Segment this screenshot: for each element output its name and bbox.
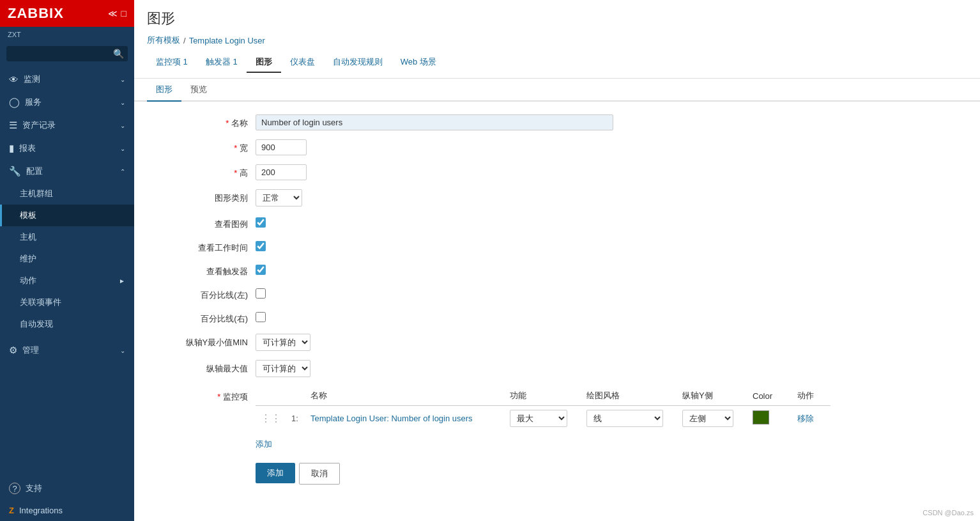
sidebar-item-config[interactable]: 🔧 配置 ⌃ bbox=[0, 160, 134, 183]
col-name: 名称 bbox=[305, 386, 505, 406]
expand-icon[interactable]: □ bbox=[121, 8, 126, 19]
name-input[interactable] bbox=[256, 114, 613, 130]
col-drag bbox=[256, 386, 286, 406]
percent-right-cb-wrap bbox=[256, 310, 639, 324]
sidebar-item-asset-label: 资产记录 bbox=[22, 120, 56, 131]
top-tab-triggers[interactable]: 触发器 1 bbox=[197, 52, 247, 73]
config-icon: 🔧 bbox=[9, 166, 21, 177]
sidebar-subitem-maintain[interactable]: 维护 bbox=[0, 248, 134, 270]
sidebar-item-integrations[interactable]: Z Integrations bbox=[0, 500, 134, 521]
percent-left-label: 百分比线(左) bbox=[153, 286, 256, 301]
triggers-checkbox[interactable] bbox=[256, 265, 266, 275]
top-tab-graphs[interactable]: 图形 bbox=[247, 52, 281, 73]
items-label: 监控项 bbox=[153, 386, 256, 403]
top-tab-dashboard[interactable]: 仪表盘 bbox=[281, 52, 324, 73]
search-input[interactable] bbox=[6, 46, 128, 61]
percent-right-checkbox[interactable] bbox=[256, 312, 266, 322]
legend-checkbox[interactable] bbox=[256, 217, 266, 228]
table-row: ⋮⋮ 1: Template Login User: Number of log… bbox=[256, 406, 831, 432]
footer-note: CSDN @Dao.zs bbox=[134, 506, 980, 519]
sidebar-subitem-event[interactable]: 关联项事件 bbox=[0, 292, 134, 313]
col-action: 动作 bbox=[792, 386, 831, 406]
percent-left-checkbox[interactable] bbox=[256, 288, 266, 299]
add-item-link[interactable]: 添加 bbox=[256, 439, 272, 450]
color-picker[interactable] bbox=[753, 410, 769, 424]
add-button[interactable]: 添加 bbox=[256, 463, 295, 483]
main-content: 图形 所有模板 / Template Login User 监控项 1 触发器 … bbox=[134, 0, 980, 521]
sub-tabs: 图形 预览 bbox=[134, 79, 980, 102]
sub-tab-preview[interactable]: 预览 bbox=[181, 79, 216, 102]
sidebar-item-asset[interactable]: ☰ 资产记录 ⌄ bbox=[0, 114, 134, 137]
form-row-worktime: 查看工作时间 bbox=[153, 239, 961, 254]
top-tabs: 监控项 1 触发器 1 图形 仪表盘 自动发现规则 Web 场景 bbox=[147, 52, 967, 73]
form-row-ymax: 纵轴最大值 可计算的 固定 项目 bbox=[153, 360, 961, 377]
sidebar: ZABBIX ≪ □ ZXT 🔍 👁 监测 ⌄ ◯ 服务 ⌄ ☰ 资产记录 ⌄ … bbox=[0, 0, 134, 521]
worktime-checkbox[interactable] bbox=[256, 241, 266, 251]
sidebar-subitem-template-label: 模板 bbox=[20, 210, 36, 221]
ymax-select-wrap: 可计算的 固定 项目 bbox=[256, 360, 639, 377]
sub-tab-graph[interactable]: 图形 bbox=[147, 79, 181, 102]
sidebar-item-report[interactable]: ▮ 报表 ⌄ bbox=[0, 137, 134, 160]
sidebar-item-report-label: 报表 bbox=[19, 143, 36, 154]
collapse-icon[interactable]: ≪ bbox=[108, 8, 118, 19]
config-arrow: ⌃ bbox=[120, 168, 125, 175]
breadcrumb-all-templates[interactable]: 所有模板 bbox=[147, 35, 180, 46]
height-input[interactable] bbox=[256, 164, 307, 180]
form-row-ymin: 纵轴Y最小值MIN 可计算的 固定 项目 bbox=[153, 334, 961, 351]
sidebar-item-manage[interactable]: ⚙ 管理 ⌄ bbox=[0, 339, 134, 362]
breadcrumb-template-login-user[interactable]: Template Login User bbox=[189, 36, 265, 45]
form-row-width: 宽 bbox=[153, 139, 961, 155]
form-row-name: 名称 bbox=[153, 114, 961, 130]
sidebar-item-support[interactable]: ? 支持 bbox=[0, 477, 134, 500]
width-input[interactable] bbox=[256, 139, 307, 155]
item-name-link[interactable]: Template Login User: Number of login use… bbox=[310, 414, 473, 423]
sidebar-item-integrations-label: Integrations bbox=[19, 506, 63, 515]
worktime-label: 查看工作时间 bbox=[153, 239, 256, 254]
sidebar-item-monitor[interactable]: 👁 监测 ⌄ bbox=[0, 68, 134, 91]
ymax-select[interactable]: 可计算的 固定 项目 bbox=[256, 360, 310, 377]
sidebar-subitem-host[interactable]: 主机 bbox=[0, 226, 134, 248]
items-table: 名称 功能 绘图风格 纵轴Y侧 Color 动作 ⋮⋮ 1: Template bbox=[256, 386, 831, 431]
width-field-wrap bbox=[256, 139, 639, 155]
col-num bbox=[286, 386, 305, 406]
percent-right-label: 百分比线(右) bbox=[153, 310, 256, 325]
page-title: 图形 bbox=[147, 9, 967, 28]
sidebar-subitem-action[interactable]: 动作 ► bbox=[0, 270, 134, 292]
ymin-select[interactable]: 可计算的 固定 项目 bbox=[256, 334, 310, 351]
sidebar-item-service-label: 服务 bbox=[25, 97, 42, 108]
top-tab-autodiscovery[interactable]: 自动发现规则 bbox=[324, 52, 392, 73]
integrations-icon: Z bbox=[9, 506, 14, 515]
drag-handle[interactable]: ⋮⋮ bbox=[261, 413, 281, 424]
form-row-type: 图形类别 正常 堆叠 饼图 爆炸图 bbox=[153, 189, 961, 206]
sidebar-item-support-label: 支持 bbox=[26, 483, 42, 494]
sidebar-subitem-hostgroup[interactable]: 主机群组 bbox=[0, 183, 134, 205]
cancel-button[interactable]: 取消 bbox=[299, 463, 340, 485]
asset-icon: ☰ bbox=[9, 120, 17, 131]
remove-link[interactable]: 移除 bbox=[797, 414, 814, 423]
monitor-icon: 👁 bbox=[9, 74, 19, 85]
name-label: 名称 bbox=[153, 114, 256, 129]
sidebar-subitem-maintain-label: 维护 bbox=[20, 253, 36, 265]
sidebar-subitem-action-label: 动作 bbox=[20, 275, 36, 286]
sidebar-subitem-template[interactable]: 模板 bbox=[0, 205, 134, 226]
top-tab-items[interactable]: 监控项 1 bbox=[147, 52, 197, 73]
logo-controls: ≪ □ bbox=[108, 8, 126, 19]
form-row-percent-right: 百分比线(右) bbox=[153, 310, 961, 325]
axis-select[interactable]: 左侧 右侧 bbox=[682, 410, 733, 427]
sidebar-subitem-autodiscover[interactable]: 自动发现 bbox=[0, 313, 134, 335]
func-select[interactable]: 最大 最小 平均 全部 bbox=[510, 410, 567, 427]
style-select[interactable]: 线 填充区域 粗体线 点 破折号 渐变线 bbox=[586, 410, 663, 427]
sidebar-item-monitor-label: 监测 bbox=[24, 74, 40, 85]
triggers-cb-wrap bbox=[256, 263, 639, 277]
type-select[interactable]: 正常 堆叠 饼图 爆炸图 bbox=[256, 189, 302, 206]
sidebar-item-service[interactable]: ◯ 服务 ⌄ bbox=[0, 91, 134, 114]
service-arrow: ⌄ bbox=[120, 99, 125, 106]
search-box: 🔍 bbox=[6, 46, 128, 61]
breadcrumb: 所有模板 / Template Login User bbox=[147, 35, 967, 46]
type-label: 图形类别 bbox=[153, 189, 256, 204]
percent-left-cb-wrap bbox=[256, 286, 639, 300]
top-tab-web[interactable]: Web 场景 bbox=[392, 52, 445, 73]
name-field-wrap bbox=[256, 114, 639, 130]
sidebar-subitem-event-label: 关联项事件 bbox=[20, 297, 61, 308]
report-icon: ▮ bbox=[9, 143, 14, 154]
